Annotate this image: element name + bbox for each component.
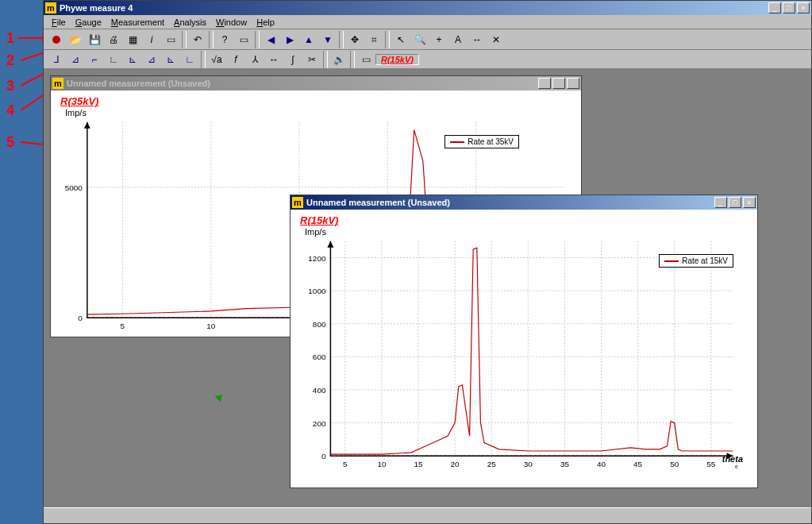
tb2-h[interactable]: ∟ [181, 51, 198, 68]
svg-text:1200: 1200 [308, 254, 326, 263]
tb2-c[interactable]: ⌐ [86, 51, 103, 68]
w2-close[interactable]: × [743, 197, 756, 208]
w1-max[interactable]: □ [552, 78, 565, 89]
tb2-a[interactable]: ⅃ [48, 51, 65, 68]
svg-text:200: 200 [313, 419, 326, 428]
next-button[interactable]: ▶ [281, 31, 298, 48]
tb2-g[interactable]: ⊾ [162, 51, 179, 68]
menu-window[interactable]: Window [211, 17, 252, 27]
compass-button[interactable]: ✕ [487, 31, 505, 48]
wizard-button[interactable]: ▭ [235, 31, 252, 48]
svg-text:50: 50 [670, 460, 679, 468]
svg-text:10: 10 [377, 460, 387, 468]
svg-text:600: 600 [313, 353, 326, 361]
fx-button[interactable]: f [227, 51, 244, 68]
svg-text:5: 5 [343, 460, 348, 468]
stats-button[interactable]: ⅄ [246, 51, 264, 68]
tb2-b[interactable]: ⊿ [67, 51, 84, 68]
svg-text:30: 30 [524, 460, 533, 468]
up-button[interactable]: ▲ [300, 31, 317, 48]
info-button[interactable]: i [143, 31, 160, 48]
menu-analysis[interactable]: Analysis [169, 17, 211, 27]
tb2-f[interactable]: ⊿ [143, 51, 160, 68]
menu-measurement[interactable]: Measurement [106, 17, 169, 27]
print-button[interactable]: 🖨 [105, 31, 122, 48]
svg-text:5000: 5000 [65, 183, 83, 192]
w1-close[interactable]: × [567, 78, 579, 89]
close-button[interactable]: × [797, 2, 810, 13]
svg-text:0: 0 [321, 452, 326, 460]
main-titlebar[interactable]: m Phywe measure 4 _ □ × [44, 1, 811, 15]
svg-text:800: 800 [313, 320, 326, 329]
svg-text:25: 25 [487, 460, 497, 468]
channel-label[interactable]: R(15kV) [375, 54, 419, 65]
settings-button[interactable]: ▦ [124, 31, 141, 48]
maximize-button[interactable]: □ [783, 2, 795, 13]
w1-min[interactable]: _ [538, 78, 551, 89]
window-button[interactable]: ▭ [162, 31, 179, 48]
w2-max[interactable]: □ [729, 197, 741, 208]
app-window: m Phywe measure 4 _ □ × File Gauge Measu… [43, 0, 812, 524]
svg-text:1000: 1000 [308, 287, 326, 295]
app-icon: m [45, 2, 56, 13]
chart-15kv: R(15kV) Imp/s Rate at 15kV theta ° 51015… [291, 210, 757, 487]
menu-gauge[interactable]: Gauge [71, 17, 106, 27]
svg-text:40: 40 [597, 460, 606, 468]
statusbar [44, 507, 811, 523]
windowlist-button[interactable]: ▭ [357, 51, 375, 68]
svg-text:55: 55 [706, 460, 716, 468]
svg-text:35: 35 [560, 460, 570, 468]
help-button[interactable]: ? [216, 31, 233, 48]
pointer-button[interactable]: ↖ [392, 31, 410, 48]
crosshair-button[interactable]: + [430, 31, 448, 48]
tb2-d[interactable]: ∟ [105, 51, 122, 68]
svg-text:0: 0 [78, 314, 83, 322]
speaker-button[interactable]: 🔊 [330, 51, 348, 68]
text-button[interactable]: A [449, 31, 467, 48]
svg-text:20: 20 [451, 460, 460, 468]
cursor-icon [215, 392, 225, 403]
cut-button[interactable]: ✂ [303, 51, 321, 68]
legend-15kv: Rate at 15kV [659, 254, 733, 268]
fit-button[interactable]: ✥ [346, 31, 364, 48]
svg-text:5: 5 [121, 322, 125, 330]
w2-min[interactable]: _ [714, 197, 727, 208]
save-button[interactable]: 💾 [86, 31, 103, 48]
app-title: Phywe measure 4 [60, 3, 768, 13]
svg-text:15: 15 [414, 460, 424, 468]
toolbar-2: ⅃ ⊿ ⌐ ∟ ⊾ ⊿ ⊾ ∟ √a f ⅄ ↔ ∫ ✂ 🔊 ▭ R(15kV) [44, 50, 811, 69]
zoomgraph-button[interactable]: ⌗ [365, 31, 383, 48]
svg-text:10: 10 [206, 322, 216, 330]
undo-button[interactable]: ↶ [189, 31, 206, 48]
menubar: File Gauge Measurement Analysis Window H… [44, 15, 811, 29]
down-button[interactable]: ▼ [319, 31, 337, 48]
record-button[interactable] [48, 31, 65, 48]
tb2-e[interactable]: ⊾ [124, 51, 141, 68]
menu-file[interactable]: File [47, 17, 71, 27]
zoom-button[interactable]: 🔍 [411, 31, 429, 48]
svg-text:45: 45 [633, 460, 643, 468]
toolbar-1: 📂 💾 🖨 ▦ i ▭ ↶ ? ▭ ◀ ▶ ▲ ▼ ✥ ⌗ ↖ 🔍 + A ↔ … [44, 29, 811, 50]
minimize-button[interactable]: _ [768, 2, 781, 13]
mdi-client: mUnnamed measurement (Unsaved) _□× R(35k… [44, 69, 811, 506]
ruler-button[interactable]: ↔ [468, 31, 486, 48]
prev-button[interactable]: ◀ [262, 31, 279, 48]
legend-35kv: Rate at 35kV [444, 135, 519, 148]
range-button[interactable]: ↔ [265, 51, 283, 68]
open-button[interactable]: 📂 [67, 31, 84, 48]
integral-button[interactable]: ∫ [284, 51, 302, 68]
sqrt-button[interactable]: √a [208, 51, 225, 68]
svg-text:400: 400 [313, 386, 326, 395]
chart-window-15kv[interactable]: mUnnamed measurement (Unsaved) _□× R(15k… [290, 195, 758, 488]
menu-help[interactable]: Help [252, 17, 279, 27]
